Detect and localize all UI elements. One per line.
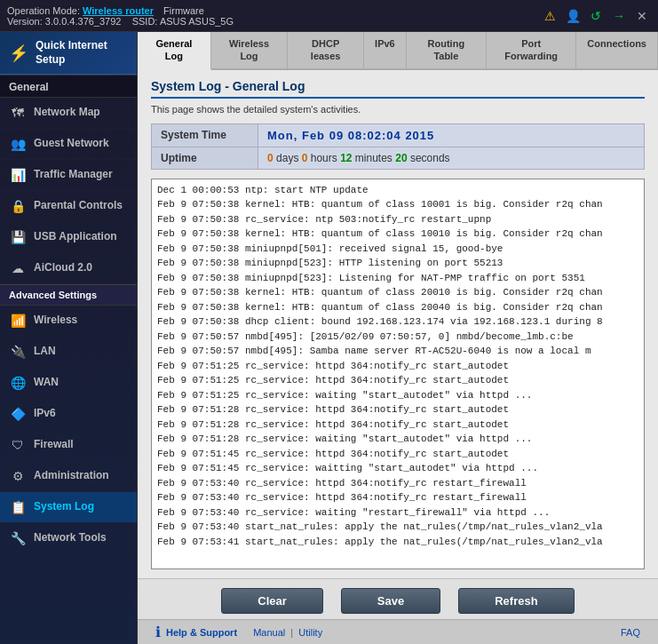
uptime-days-label: days xyxy=(276,152,298,164)
setup-icon: ⚡ xyxy=(9,44,28,63)
user-icon[interactable]: 👤 xyxy=(564,7,582,25)
uptime-days: 0 xyxy=(267,152,274,164)
parental-controls-label: Parental Controls xyxy=(34,199,123,213)
close-header-icon[interactable]: ✕ xyxy=(633,7,651,25)
aicloud-icon: ☁ xyxy=(9,259,27,277)
tab-general-log[interactable]: General Log xyxy=(138,32,211,70)
quick-internet-setup[interactable]: ⚡ Quick Internet Setup xyxy=(0,32,137,75)
page-description: This page shows the detailed system's ac… xyxy=(151,104,645,115)
version-value: 3.0.0.4.376_3792 xyxy=(45,16,122,27)
page-title: System Log - General Log xyxy=(151,79,645,99)
log-line: Feb 9 07:53:40 rc_service: waiting "rest… xyxy=(155,505,640,521)
ipv6-label: IPv6 xyxy=(34,407,56,421)
page-content: System Log - General Log This page shows… xyxy=(138,70,658,578)
general-section-label: General xyxy=(0,75,137,98)
lan-icon: 🔌 xyxy=(9,343,27,361)
log-line: Feb 9 07:50:57 nmbd[495]: Samba name ser… xyxy=(155,344,640,359)
uptime-seconds: 20 xyxy=(395,152,407,164)
sidebar-item-firewall[interactable]: 🛡 Firewall xyxy=(0,430,137,461)
firewall-label: Firewall xyxy=(34,438,74,452)
tab-ipv6[interactable]: IPv6 xyxy=(364,32,407,68)
sidebar-item-usb-application[interactable]: 💾 USB Application xyxy=(0,222,137,253)
sidebar-item-wan[interactable]: 🌐 WAN xyxy=(0,368,137,399)
quick-setup-label: Quick Internet Setup xyxy=(36,39,128,67)
tab-bar: General Log Wireless Log DHCP leases IPv… xyxy=(138,32,658,70)
log-line: Feb 9 07:51:25 rc_service: httpd 364:not… xyxy=(155,359,640,374)
sidebar-item-aicloud[interactable]: ☁ AiCloud 2.0 xyxy=(0,253,137,284)
footer-help: ℹ Help & Support Manual | Utility xyxy=(155,624,322,640)
log-line: Feb 9 07:51:28 rc_service: httpd 364:not… xyxy=(155,402,640,417)
sidebar-item-guest-network[interactable]: 👥 Guest Network xyxy=(0,129,137,160)
arrow-icon[interactable]: → xyxy=(610,7,628,25)
action-bar: Clear Save Refresh xyxy=(138,578,658,619)
log-line: Feb 9 07:51:25 rc_service: httpd 364:not… xyxy=(155,373,640,388)
parental-controls-icon: 🔒 xyxy=(9,197,27,215)
sidebar-item-wireless[interactable]: 📶 Wireless xyxy=(0,306,137,337)
uptime-seconds-label: seconds xyxy=(410,152,450,164)
system-time-label: System Time xyxy=(152,123,258,147)
manual-link[interactable]: Manual xyxy=(253,627,285,638)
help-support-label: Help & Support xyxy=(166,627,237,638)
usb-application-icon: 💾 xyxy=(9,228,27,246)
guest-network-label: Guest Network xyxy=(34,137,109,151)
log-line: Feb 9 07:50:38 kernel: HTB: quantum of c… xyxy=(155,285,640,300)
uptime-minutes-label: minutes xyxy=(355,152,392,164)
system-time-value: Mon, Feb 09 08:02:04 2015 xyxy=(258,123,645,147)
ssid-label: SSID: xyxy=(132,16,158,27)
log-line: Feb 9 07:50:38 kernel: HTB: quantum of c… xyxy=(155,227,640,242)
op-mode-value: Wireless router xyxy=(83,5,154,16)
sidebar-item-parental-controls[interactable]: 🔒 Parental Controls xyxy=(0,191,137,222)
ssid-value: ASUS ASUS_5G xyxy=(160,16,234,27)
tab-wireless-log[interactable]: Wireless Log xyxy=(211,32,289,68)
tab-port-forwarding[interactable]: Port Forwarding xyxy=(487,32,576,68)
network-tools-icon: 🔧 xyxy=(9,529,27,547)
log-line: Feb 9 07:51:45 rc_service: httpd 364:not… xyxy=(155,447,640,462)
log-line: Feb 9 07:51:28 rc_service: waiting "star… xyxy=(155,432,640,447)
footer-links: Manual | Utility xyxy=(253,627,322,638)
log-line: Feb 9 07:51:28 rc_service: httpd 364:not… xyxy=(155,417,640,433)
system-info-table: System Time Mon, Feb 09 08:02:04 2015 Up… xyxy=(151,123,645,170)
sidebar-item-ipv6[interactable]: 🔷 IPv6 xyxy=(0,399,137,430)
uptime-hours-label: hours xyxy=(311,152,337,164)
faq-link[interactable]: FAQ xyxy=(621,627,640,638)
main-layout: ⚡ Quick Internet Setup General 🗺 Network… xyxy=(0,32,658,644)
refresh-header-icon[interactable]: ↺ xyxy=(587,7,605,25)
top-header: Operation Mode: Wireless router Firmware… xyxy=(0,0,658,32)
uptime-label: Uptime xyxy=(152,147,258,169)
tab-dhcp-leases[interactable]: DHCP leases xyxy=(288,32,364,68)
refresh-button[interactable]: Refresh xyxy=(458,588,574,614)
tab-connections[interactable]: Connections xyxy=(576,32,658,68)
save-button[interactable]: Save xyxy=(341,588,440,614)
firewall-icon: 🛡 xyxy=(9,436,27,454)
network-map-label: Network Map xyxy=(34,106,100,120)
lan-label: LAN xyxy=(34,345,56,359)
clear-button[interactable]: Clear xyxy=(221,588,323,614)
log-line: Feb 9 07:50:57 nmbd[495]: [2015/02/09 07… xyxy=(155,330,640,345)
sidebar-item-network-tools[interactable]: 🔧 Network Tools xyxy=(0,523,137,554)
op-mode-label: Operation Mode: xyxy=(7,5,80,16)
log-container[interactable]: Dec 1 00:00:53 ntp: start NTP updateFeb … xyxy=(151,179,645,569)
sidebar-item-network-map[interactable]: 🗺 Network Map xyxy=(0,98,137,129)
administration-label: Administration xyxy=(34,469,109,483)
log-line: Feb 9 07:53:41 start_nat_rules: apply th… xyxy=(155,535,640,550)
wan-label: WAN xyxy=(34,376,59,390)
log-line: Feb 9 07:50:38 kernel: HTB: quantum of c… xyxy=(155,197,640,212)
sidebar-item-administration[interactable]: ⚙ Administration xyxy=(0,461,137,492)
sidebar-item-system-log[interactable]: 📋 System Log xyxy=(0,492,137,523)
log-line: Feb 9 07:50:38 kernel: HTB: quantum of c… xyxy=(155,300,640,315)
version-label: Version: xyxy=(7,16,43,27)
utility-link[interactable]: Utility xyxy=(298,627,322,638)
log-line: Feb 9 07:51:45 rc_service: waitting "sta… xyxy=(155,461,640,476)
tab-routing-table[interactable]: Routing Table xyxy=(407,32,487,68)
system-log-icon: 📋 xyxy=(9,498,27,516)
footer: ℹ Help & Support Manual | Utility FAQ xyxy=(138,619,658,644)
sidebar-item-lan[interactable]: 🔌 LAN xyxy=(0,337,137,368)
network-map-icon: 🗺 xyxy=(9,104,27,122)
header-info: Operation Mode: Wireless router Firmware… xyxy=(7,5,234,27)
sidebar-item-traffic-manager[interactable]: 📊 Traffic Manager xyxy=(0,160,137,191)
log-line: Feb 9 07:50:38 miniupnpd[523]: Listening… xyxy=(155,271,640,286)
firmware-label: Firmware xyxy=(163,5,204,16)
traffic-manager-icon: 📊 xyxy=(9,166,27,184)
traffic-manager-label: Traffic Manager xyxy=(34,168,113,182)
warning-icon[interactable]: ⚠ xyxy=(541,7,559,25)
